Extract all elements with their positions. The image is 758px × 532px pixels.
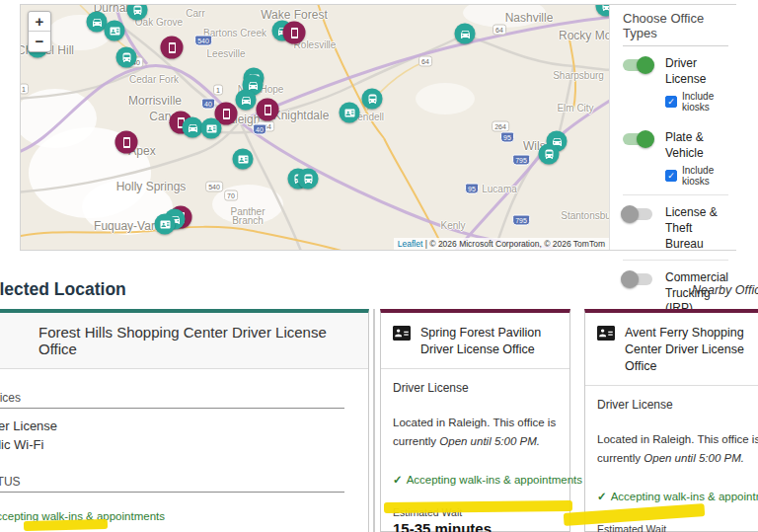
map-marker-kiosk[interactable] <box>257 99 279 121</box>
map-marker-id-card[interactable] <box>201 118 222 139</box>
map-marker-id-card[interactable] <box>105 21 125 41</box>
map-marker-bus[interactable] <box>539 144 560 165</box>
map-marker-bus[interactable] <box>362 89 383 110</box>
map-marker-kiosk[interactable] <box>115 131 138 154</box>
status-text: ✓Accepting walk-ins & appointments <box>597 490 758 503</box>
cards-divider <box>373 309 375 532</box>
office-location-text: Located in Raleigh. This office is curre… <box>393 414 558 451</box>
office-type-panel: Choose Office Types Driver License Inclu… <box>609 5 736 250</box>
status-text: ✓Accepting walk-ins & appointments <box>393 473 558 487</box>
route-shield: 1 <box>213 85 223 96</box>
map-roads <box>21 5 609 250</box>
nearby-office-title: Spring Forest Pavilion Driver License Of… <box>420 325 560 358</box>
toggle-row-driver-license: Driver License Include kiosks <box>623 46 728 120</box>
route-shield: 95 <box>500 132 514 143</box>
toggle-row-license-theft: License & Theft Bureau <box>623 194 728 260</box>
license-theft-toggle[interactable] <box>623 208 652 220</box>
route-shield: 64 <box>493 25 506 36</box>
toggle-row-plate-vehicle: Plate & Vehicle Include kiosks <box>623 120 728 194</box>
map-marker-kiosk[interactable] <box>161 37 184 59</box>
panel-title: Choose Office Types <box>623 11 728 46</box>
map-attribution: Leaflet | © 2026 Microsoft Corporation, … <box>394 238 609 250</box>
toggle-label-driver-license: Driver License <box>665 56 728 87</box>
nearby-office-title: Avent Ferry Shopping Center Driver Licen… <box>625 325 758 375</box>
service-item: Driver License <box>0 418 344 436</box>
service-item: Public Wi-Fi <box>0 436 344 455</box>
map-marker-kiosk[interactable] <box>283 22 306 44</box>
check-icon: ✓ <box>597 491 607 502</box>
map-canvas[interactable]: DurhamOak GroveCarrBartons CreekWake For… <box>21 5 609 250</box>
estimated-wait-label: Estimated Wait <box>597 523 758 532</box>
include-kiosks-label: Include kiosks <box>682 165 728 187</box>
include-kiosks-checkbox[interactable] <box>665 96 677 108</box>
toggle-knob <box>621 270 639 288</box>
attribution-text: | © 2026 Microsoft Corporation, © 2026 T… <box>422 239 605 249</box>
status-heading: STATUS <box>0 475 344 493</box>
route-shield: 40 <box>201 99 215 110</box>
toggle-knob <box>637 130 654 148</box>
route-shield: 540 <box>205 182 223 192</box>
nearby-office-card[interactable]: Spring Forest Pavilion Driver License Of… <box>380 309 570 532</box>
office-service: Driver License <box>597 398 758 412</box>
id-card-icon <box>393 326 411 341</box>
map-zoom-control: + − <box>28 11 51 52</box>
id-card-icon <box>597 326 615 341</box>
map-marker-car[interactable] <box>455 24 476 44</box>
driver-license-toggle[interactable] <box>623 59 652 71</box>
office-hours-text: Open until 5:00 PM. <box>439 435 540 447</box>
plate-vehicle-toggle[interactable] <box>623 133 652 145</box>
map-marker-bus[interactable] <box>116 47 137 68</box>
toggle-label-license-theft: License & Theft Bureau <box>665 205 728 252</box>
map-marker-car[interactable] <box>236 90 257 111</box>
map-marker-car[interactable] <box>183 117 203 138</box>
nearby-offices-label: Nearby Offices <box>692 283 758 297</box>
map-marker-id-card[interactable] <box>340 103 360 123</box>
check-icon: ✓ <box>393 474 403 486</box>
map-widget: DurhamOak GroveCarrBartons CreekWake For… <box>20 4 736 251</box>
commercial-trucking-toggle[interactable] <box>623 273 652 285</box>
selected-location-heading: Selected Location <box>0 279 126 300</box>
estimated-wait-value: 15-35 minutes <box>393 520 558 532</box>
route-shield: 540 <box>194 36 212 46</box>
map-marker-id-card[interactable] <box>155 214 176 235</box>
office-location-text: Located in Raleigh. This office is curre… <box>597 430 758 468</box>
route-shield: 70 <box>224 190 238 201</box>
map-marker-id-card[interactable] <box>233 149 254 170</box>
route-shield: 64 <box>418 56 432 67</box>
map-marker-bus[interactable] <box>298 169 319 190</box>
toggle-knob <box>637 56 654 74</box>
zoom-in-button[interactable]: + <box>29 12 50 32</box>
route-shield: 264 <box>492 121 509 132</box>
include-kiosks-checkbox[interactable] <box>665 170 677 182</box>
highlight-annotation <box>384 500 572 513</box>
route-shield: 795 <box>512 215 530 226</box>
toggle-label-plate-vehicle: Plate & Vehicle <box>665 130 728 161</box>
nearby-office-card[interactable]: Avent Ferry Shopping Center Driver Licen… <box>584 309 758 532</box>
include-kiosks-label: Include kiosks <box>682 91 728 113</box>
services-heading: Services <box>0 391 344 409</box>
toggle-knob <box>621 205 639 223</box>
office-service: Driver License <box>393 381 558 395</box>
leaflet-link[interactable]: Leaflet <box>398 239 423 249</box>
office-hours-text: Open until 5:00 PM. <box>644 452 744 464</box>
zoom-out-button[interactable]: − <box>29 32 50 51</box>
route-shield: 95 <box>465 184 479 194</box>
selected-office-card: Forest Hills Shopping Center Driver Lice… <box>0 309 369 532</box>
route-shield: 795 <box>512 155 530 166</box>
route-shield: 40 <box>253 124 266 135</box>
route-shield: 1 <box>21 84 29 95</box>
selected-office-title: Forest Hills Shopping Center Driver Lice… <box>0 313 368 369</box>
